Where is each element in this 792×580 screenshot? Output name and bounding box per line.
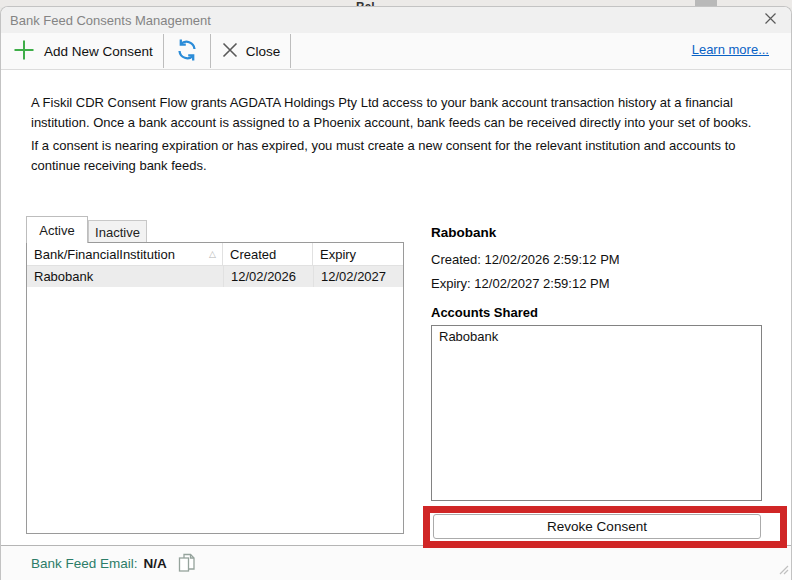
tab-active[interactable]: Active <box>26 216 88 243</box>
bank-feed-email-value: N/A <box>144 556 167 571</box>
list-item[interactable]: Rabobank <box>432 326 761 347</box>
add-new-consent-label: Add New Consent <box>44 44 153 59</box>
detail-expiry-label: Expiry: <box>431 276 471 291</box>
footer-statusbar: Bank Feed Email: N/A <box>1 545 791 580</box>
column-header-created-label: Created <box>230 247 276 262</box>
window-title: Bank Feed Consents Management <box>1 13 211 28</box>
detail-created-line: Created: 12/02/2026 2:59:12 PM <box>431 252 620 267</box>
close-icon <box>764 12 777 28</box>
detail-bank-name: Rabobank <box>431 225 496 240</box>
copy-icon[interactable] <box>176 552 196 574</box>
tab-inactive[interactable]: Inactive <box>88 220 147 243</box>
accounts-shared-listbox[interactable]: Rabobank <box>431 325 762 501</box>
detail-expiry-line: Expiry: 12/02/2027 2:59:12 PM <box>431 276 610 291</box>
close-button-label: Close <box>246 44 281 59</box>
cell-created: 12/02/2026 <box>223 266 313 287</box>
refresh-icon <box>174 37 200 66</box>
consents-table-header: Bank/FinancialInstitution △ Created Expi… <box>27 243 403 266</box>
cell-bank: Rabobank <box>27 266 223 287</box>
column-header-expiry[interactable]: Expiry <box>313 243 403 265</box>
accounts-shared-title: Accounts Shared <box>431 305 538 320</box>
bank-feed-consents-dialog: Bank Feed Consents Management Add New Co… <box>0 6 792 580</box>
titlebar: Bank Feed Consents Management <box>1 7 791 33</box>
column-header-bank-label: Bank/FinancialInstitution <box>34 247 175 262</box>
resize-grip[interactable] <box>779 563 789 578</box>
close-x-icon <box>221 41 239 62</box>
detail-expiry-value: 12/02/2027 2:59:12 PM <box>474 276 609 291</box>
consents-table: Bank/FinancialInstitution △ Created Expi… <box>26 242 404 534</box>
window-close-button[interactable] <box>759 10 781 30</box>
toolbar: Add New Consent Close Learn more... <box>1 33 791 70</box>
column-header-created[interactable]: Created <box>223 243 313 265</box>
add-new-consent-button[interactable]: Add New Consent <box>1 33 163 69</box>
close-button[interactable]: Close <box>211 33 291 69</box>
table-row[interactable]: Rabobank 12/02/2026 12/02/2027 <box>27 266 403 287</box>
cell-expiry: 12/02/2027 <box>313 266 403 287</box>
refresh-button[interactable] <box>164 33 210 69</box>
bank-feed-email-label: Bank Feed Email: <box>31 556 138 571</box>
revoke-consent-button[interactable]: Revoke Consent <box>433 514 761 539</box>
description-paragraph-2: If a consent is nearing expiration or ha… <box>31 136 767 176</box>
column-header-expiry-label: Expiry <box>320 247 356 262</box>
learn-more-link[interactable]: Learn more... <box>692 42 769 57</box>
detail-created-label: Created: <box>431 252 481 267</box>
sort-ascending-icon: △ <box>209 249 216 259</box>
dialog-content: A Fiskil CDR Consent Flow grants AGDATA … <box>1 71 791 545</box>
column-header-bank[interactable]: Bank/FinancialInstitution △ <box>27 243 223 265</box>
detail-created-value: 12/02/2026 2:59:12 PM <box>485 252 620 267</box>
description-paragraph-1: A Fiskil CDR Consent Flow grants AGDATA … <box>31 93 767 133</box>
toolbar-separator <box>290 34 291 68</box>
plus-icon <box>11 37 37 66</box>
